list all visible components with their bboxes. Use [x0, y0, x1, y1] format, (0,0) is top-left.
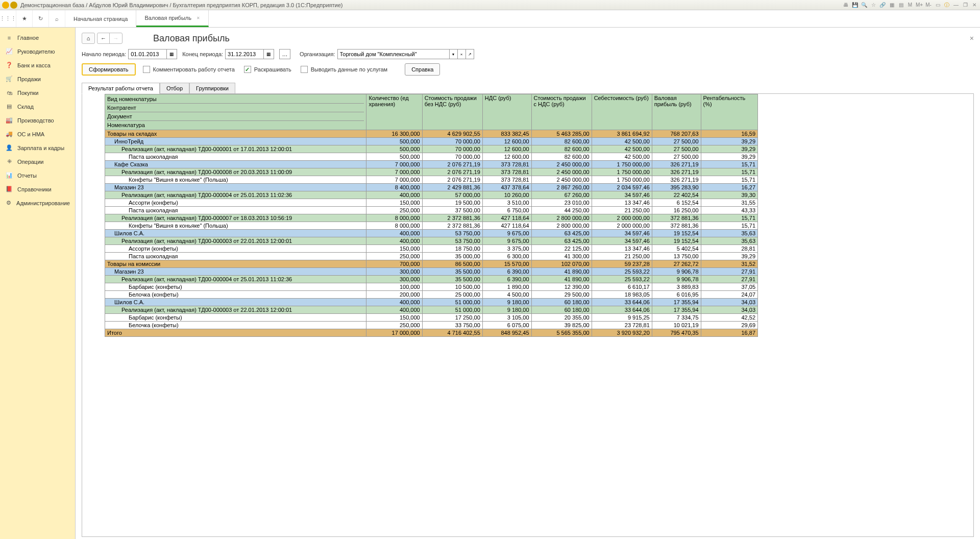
table-row[interactable]: Реализация (акт, накладная) ТД00-000004 … — [105, 276, 758, 283]
sidebar-item-bank[interactable]: ❓Банк и касса — [0, 58, 75, 72]
history-icon[interactable]: ↻ — [33, 10, 49, 27]
table-row[interactable]: Реализация (акт, накладная) ТД00-000001 … — [105, 145, 758, 153]
maximize-icon[interactable]: ❐ — [962, 2, 969, 9]
sidebar-item-assets[interactable]: 🚚ОС и НМА — [0, 127, 75, 141]
table-row[interactable]: Реализация (акт, накладная) ТД00-000003 … — [105, 306, 758, 314]
app-logo-icon — [2, 2, 9, 9]
table-row[interactable]: Реализация (акт, накладная) ТД00-000007 … — [105, 214, 758, 222]
table-row[interactable]: Барбарис (конфеты)100,00010 500,001 890,… — [105, 283, 758, 291]
apps-icon[interactable]: ⋮⋮⋮ — [0, 10, 16, 27]
subtab-result[interactable]: Результат работы отчета — [82, 83, 160, 94]
search-tab-icon[interactable]: ⌕ — [49, 10, 65, 27]
start-period-input[interactable] — [128, 49, 167, 59]
color-checkbox[interactable] — [244, 66, 251, 73]
table-row[interactable]: Конфеты "Вишня в коньяке" (Польша)7 000,… — [105, 176, 758, 184]
cart-icon: 🛒 — [5, 76, 13, 82]
back-button[interactable]: ← — [97, 33, 110, 43]
close-page-icon[interactable]: × — [970, 34, 974, 42]
hdr-contractor: Контрагент — [107, 104, 364, 112]
sidebar-item-production[interactable]: 🏭Производство — [0, 113, 75, 127]
chart-icon: 📈 — [5, 48, 13, 55]
hdr-doc: Документ — [107, 112, 364, 121]
page-title: Валовая прибыль — [153, 33, 230, 44]
end-period-input[interactable] — [225, 49, 264, 59]
report-table: Вид номенклатуры Контрагент Документ Ном… — [105, 94, 758, 337]
sidebar-item-manager[interactable]: 📈Руководителю — [0, 44, 75, 58]
window-toolbar: 🖶 💾 🔍 ☆ 🔗 ▦ ▤ M M+ M- ▭ ⓘ — ❐ ✕ — [842, 2, 978, 9]
window-icon[interactable]: ▭ — [934, 2, 941, 9]
info-icon[interactable]: ⓘ — [943, 2, 950, 9]
home-button[interactable]: ⌂ — [82, 33, 95, 44]
table-row[interactable]: Шилов С.А.400,00051 000,009 180,0060 180… — [105, 299, 758, 306]
org-input[interactable] — [337, 49, 450, 59]
table-row[interactable]: ИнноТрейд500,00070 000,0012 600,0082 600… — [105, 138, 758, 145]
hdr-nom-type: Вид номенклатуры — [107, 95, 364, 104]
app-dropdown-icon[interactable] — [10, 2, 17, 9]
tab-gross-profit[interactable]: Валовая прибыль✕ — [136, 10, 209, 27]
table-row[interactable]: Реализация (акт, накладная) ТД00-000004 … — [105, 191, 758, 199]
table-row[interactable]: Товары на складах16 300,0004 629 902,558… — [105, 130, 758, 138]
hdr-cost: Стоимость продажи без НДС (руб) — [422, 94, 482, 130]
table-row[interactable]: Магазин 23300,00035 500,006 390,0041 890… — [105, 268, 758, 276]
org-dropdown-icon[interactable]: ▾ — [450, 49, 458, 59]
sidebar: ≡Главное 📈Руководителю ❓Банк и касса 🛒Пр… — [0, 28, 76, 539]
table-row[interactable]: Белочка (конфеты)250,00033 750,006 075,0… — [105, 322, 758, 329]
table-row[interactable]: Белочка (конфеты)200,00025 000,004 500,0… — [105, 291, 758, 299]
services-checkbox[interactable] — [301, 66, 308, 73]
table-row[interactable]: Реализация (акт, накладная) ТД00-000008 … — [105, 168, 758, 176]
subtab-filter[interactable]: Отбор — [160, 83, 189, 94]
table-row[interactable]: Паста шоколадная250,00037 500,006 750,00… — [105, 207, 758, 214]
sidebar-item-refs[interactable]: 📕Справочники — [0, 182, 75, 196]
favorite-icon[interactable]: ★ — [16, 10, 33, 27]
sidebar-item-sales[interactable]: 🛒Продажи — [0, 72, 75, 86]
table-row[interactable]: Ассорти (конфеты)150,00019 500,003 510,0… — [105, 199, 758, 207]
sidebar-item-ops[interactable]: ⁜Операции — [0, 155, 75, 168]
tab-close-icon[interactable]: ✕ — [197, 16, 200, 20]
table-row[interactable]: Паста шоколадная250,00035 000,006 300,00… — [105, 253, 758, 260]
menu-icon: ≡ — [5, 35, 13, 41]
print-icon[interactable]: 🖶 — [842, 2, 849, 9]
table-row[interactable]: Товары на комиссии700,00086 500,0015 570… — [105, 260, 758, 268]
sidebar-item-admin[interactable]: ⚙Администрирование — [0, 196, 75, 210]
help-button[interactable]: Справка — [405, 63, 440, 76]
m-icon[interactable]: M — [906, 2, 914, 9]
end-calendar-icon[interactable]: ▦ — [264, 49, 274, 59]
minimize-icon[interactable]: — — [952, 2, 960, 9]
sidebar-item-stock[interactable]: ▤Склад — [0, 100, 75, 113]
forward-button[interactable]: → — [110, 33, 122, 43]
calc-icon[interactable]: ▦ — [888, 2, 895, 9]
table-row[interactable]: Кафе Сказка7 000,0002 076 271,19373 728,… — [105, 161, 758, 168]
sidebar-item-hr[interactable]: 👤Зарплата и кадры — [0, 141, 75, 155]
form-button[interactable]: Сформировать — [82, 63, 136, 76]
table-row[interactable]: Ассорти (конфеты)150,00018 750,003 375,0… — [105, 245, 758, 253]
table-row[interactable]: Барбарис (конфеты)150,00017 250,003 105,… — [105, 314, 758, 322]
sidebar-item-buy[interactable]: 🛍Покупки — [0, 86, 75, 100]
comment-checkbox[interactable] — [143, 66, 150, 73]
period-select-button[interactable]: … — [279, 49, 290, 59]
total-row: Итого17 000,0004 716 402,55848 952,455 5… — [105, 329, 758, 337]
subtab-group[interactable]: Группировки — [189, 83, 235, 94]
table-row[interactable]: Магазин 238 400,0002 429 881,36437 378,6… — [105, 184, 758, 191]
nav-group: ← → — [97, 33, 122, 44]
mplus-icon[interactable]: M+ — [916, 2, 923, 9]
start-calendar-icon[interactable]: ▦ — [167, 49, 177, 59]
report-area[interactable]: Вид номенклатуры Контрагент Документ Ном… — [82, 93, 974, 537]
table-row[interactable]: Реализация (акт, накладная) ТД00-000003 … — [105, 237, 758, 245]
gear-icon: ⚙ — [5, 200, 12, 206]
mminus-icon[interactable]: M- — [925, 2, 932, 9]
comment-label: Комментировать работу отчета — [153, 66, 235, 72]
link-icon[interactable]: 🔗 — [879, 2, 886, 9]
tab-home[interactable]: Начальная страница — [65, 10, 136, 27]
sidebar-item-main[interactable]: ≡Главное — [0, 31, 75, 44]
table-row[interactable]: Конфеты "Вишня в коньяке" (Польша)8 000,… — [105, 222, 758, 230]
calendar-icon[interactable]: ▤ — [897, 2, 904, 9]
table-row[interactable]: Паста шоколадная500,00070 000,0012 600,0… — [105, 153, 758, 161]
org-open-icon[interactable]: ↗ — [466, 49, 474, 59]
search-icon[interactable]: 🔍 — [861, 2, 868, 9]
save-icon[interactable]: 💾 — [851, 2, 859, 9]
star-icon[interactable]: ☆ — [870, 2, 877, 9]
table-row[interactable]: Шилов С.А.400,00053 750,009 675,0063 425… — [105, 230, 758, 237]
org-clear-icon[interactable]: × — [458, 49, 466, 59]
sidebar-item-reports[interactable]: 📊Отчеты — [0, 168, 75, 182]
close-window-icon[interactable]: ✕ — [971, 2, 978, 9]
